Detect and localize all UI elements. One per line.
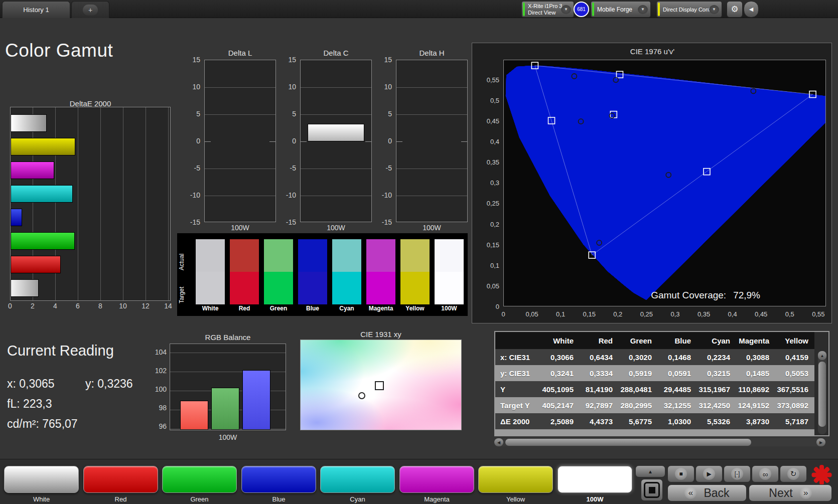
actual-swatch [400, 239, 430, 272]
stop-measure-button[interactable]: ■ [667, 465, 694, 482]
patch-column: Blue [298, 233, 327, 304]
single-measure-button[interactable]: [-] [724, 465, 751, 482]
pattern-label: Yellow [478, 495, 553, 503]
row-label: Target Y [495, 401, 540, 410]
next-button[interactable]: Next » [749, 484, 832, 501]
current-reading-title: Current Reading [7, 343, 114, 359]
target-swatch [366, 272, 395, 304]
loop-measure-button[interactable]: ↻ [780, 465, 807, 482]
pattern-blue-button[interactable] [241, 466, 316, 493]
pattern-red-button[interactable] [83, 466, 158, 493]
actual-swatch [196, 239, 225, 272]
rgb-balance-title: RGB Balance [170, 333, 286, 342]
table-cell: 405,2147 [540, 401, 580, 410]
table-row: Target Y405,214792,7897280,299532,125531… [495, 397, 814, 413]
pattern-magenta-button[interactable] [399, 466, 474, 493]
chevrons-left-icon: « [684, 487, 696, 499]
table-cell: 312,4250 [697, 401, 736, 410]
table-horizontal-scrollbar[interactable]: ◀ ▶ [494, 438, 825, 446]
meter-dropdown[interactable]: X-Rite i1Pro 3 Direct View ▼ [521, 1, 574, 18]
deltae2000-bars [11, 107, 170, 300]
cie1976-chromaticity-diagram: Gamut Coverage: 72,9% [503, 60, 826, 306]
table-row: Y405,109581,4190288,048129,4485315,19671… [495, 381, 814, 397]
cie1931-title: CIE 1931 xy [300, 330, 462, 339]
row-label: x: CIE31 [495, 353, 540, 362]
display-control-dropdown[interactable]: Direct Display Control ▼ [656, 1, 722, 18]
axis-tick-label: -15 [278, 218, 296, 226]
pattern-white-button[interactable] [4, 466, 79, 493]
table-cell: 0,3241 [540, 369, 580, 378]
table-cell: 43,8011 [580, 433, 619, 436]
green-balance-bar [211, 388, 239, 430]
pattern-green-button[interactable] [162, 466, 237, 493]
delta-l-title: Delta L [204, 49, 276, 57]
scroll-up-button[interactable]: ▲ [818, 351, 826, 360]
pattern-cyan-button[interactable] [320, 466, 395, 493]
axis-tick-label: 0 [0, 302, 20, 310]
table-row: ΔE ITP2,695043,801140,23879,509418,58722… [495, 429, 814, 435]
stop-icon: ■ [675, 468, 687, 480]
page-title: Color Gamut [5, 40, 113, 61]
play-measure-button[interactable]: ▶ [695, 465, 723, 482]
continuous-measure-button[interactable]: ∞ [752, 465, 779, 482]
patch-column: Red [230, 233, 259, 304]
pattern-100w-button[interactable] [557, 466, 632, 493]
source-name: Mobile Forge [597, 2, 632, 17]
table-vertical-scrollbar[interactable]: ▲ [818, 351, 826, 434]
gamut-coverage-value: 72,9% [733, 290, 760, 301]
scrollbar-thumb[interactable] [505, 439, 751, 446]
delta-h-chart [396, 60, 468, 222]
source-dropdown[interactable]: Mobile Forge ▼ [591, 1, 651, 18]
delta-c-y-axis: 151050-5-10-15 [278, 56, 296, 226]
back-button[interactable]: « Back [667, 484, 747, 501]
scrollbar-thumb[interactable] [818, 362, 826, 427]
calibration-asterisk-icon[interactable] [811, 464, 832, 485]
meter-name: X-Rite i1Pro 3 [528, 3, 562, 9]
column-header: Magenta [736, 337, 775, 345]
axis-tick-label: 6 [68, 302, 88, 310]
cie1976-y-axis: 0,550,50,450,40,350,30,250,20,150,10,050 [476, 76, 499, 310]
axis-tick-label: 10 [182, 83, 200, 91]
patch-column: White [196, 233, 225, 304]
axis-tick-label: 10 [374, 83, 392, 91]
scroll-right-button[interactable]: ▶ [816, 438, 825, 446]
deltae-bar [11, 185, 73, 203]
table-header-row: WhiteRedGreenBlueCyanMagentaYellow [495, 332, 814, 349]
chevron-down-icon: ▼ [638, 5, 648, 14]
axis-tick-label: 0,55 [808, 310, 828, 318]
patch-column: 100W [435, 233, 464, 304]
axis-tick-label: -15 [182, 218, 200, 226]
target-swatch [264, 272, 293, 304]
new-tab-button[interactable]: + [71, 1, 109, 18]
pattern-label-selected: 100W [557, 495, 632, 503]
axis-tick-label: 0,05 [476, 282, 499, 290]
pattern-window-button[interactable] [641, 479, 663, 501]
settings-button[interactable]: ⚙ [727, 1, 743, 18]
axis-tick-label: 0,1 [550, 310, 571, 318]
actual-swatch [230, 239, 259, 272]
delta-l-chart [204, 60, 276, 222]
axis-tick-label: 0,25 [636, 310, 656, 318]
rgb-balance-y-axis: 1041021009896 [150, 348, 167, 430]
table-cell: 32,0096 [775, 433, 814, 436]
pattern-yellow-button[interactable] [478, 466, 553, 493]
back-label: Back [704, 486, 729, 500]
patch-label: Green [264, 305, 293, 312]
results-table-panel: WhiteRedGreenBlueCyanMagentaYellow x: CI… [494, 331, 829, 436]
source-status-stripe [592, 3, 594, 16]
table-cell: 0,3088 [736, 353, 775, 362]
tab-history-1[interactable]: History 1 [2, 1, 70, 18]
collapse-panel-button[interactable]: ◀ [744, 1, 759, 18]
results-table-header: WhiteRedGreenBlueCyanMagentaYellow [495, 332, 814, 349]
axis-tick-label: 0,25 [476, 200, 499, 207]
delta-h-y-axis: 151050-5-10-15 [374, 56, 392, 226]
top-bar: History 1 + X-Rite i1Pro 3 Direct View ▼… [0, 0, 838, 18]
deltae-bar [11, 138, 75, 155]
axis-tick-label: -10 [278, 191, 296, 199]
scroll-left-button[interactable]: ◀ [494, 438, 503, 446]
patch-label: Magenta [366, 305, 395, 312]
axis-tick-label: 8 [90, 302, 110, 310]
axis-tick-label: -10 [182, 191, 200, 199]
pattern-window-up-button[interactable]: ▲ [635, 465, 665, 477]
arrow-up-icon: ▲ [820, 354, 824, 358]
